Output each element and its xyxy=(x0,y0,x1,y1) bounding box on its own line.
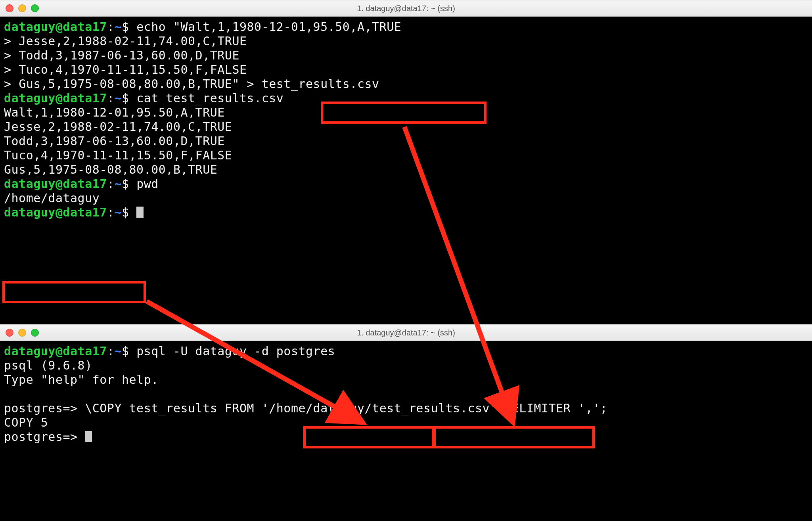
prompt-user: dataguy@data17 xyxy=(4,177,107,191)
zoom-icon[interactable] xyxy=(31,4,39,12)
prompt-user: dataguy@data17 xyxy=(4,344,107,358)
echo-line-5a: Gus,5,1975-08-08,80.00,B,TRUE" > xyxy=(19,77,262,91)
minimize-icon[interactable] xyxy=(18,4,26,12)
copy-cmd-post: DELIMITER ','; xyxy=(497,401,607,415)
cont-prefix: > xyxy=(4,34,19,48)
blank-line xyxy=(4,387,11,401)
terminal-window-2: 1. dataguy@data17: ~ (ssh) dataguy@data1… xyxy=(0,324,812,521)
cat-out-2: Jesse,2,1988-02-11,74.00,C,TRUE xyxy=(4,120,232,134)
pg-prompt: postgres=> xyxy=(4,430,85,444)
psql-help: Type "help" for help. xyxy=(4,373,159,387)
traffic-lights xyxy=(6,4,39,12)
pg-prompt: postgres=> xyxy=(4,401,85,415)
cat-out-1: Walt,1,1980-12-01,95.50,A,TRUE xyxy=(4,105,225,119)
cont-prefix: > xyxy=(4,48,19,62)
echo-line-3: Todd,3,1987-06-13,60.00,D,TRUE xyxy=(19,48,239,62)
prompt-user: dataguy@data17 xyxy=(4,91,107,105)
pwd-output: /home/dataguy xyxy=(4,191,100,205)
terminal-body-1[interactable]: dataguy@data17:~$ echo "Walt,1,1980-12-0… xyxy=(0,17,812,330)
psql-command: psql -U dataguy -d postgres xyxy=(136,344,335,358)
traffic-lights xyxy=(6,329,39,337)
cont-prefix: > xyxy=(4,63,19,77)
cursor-icon xyxy=(85,431,92,442)
window-title-1: 1. dataguy@data17: ~ (ssh) xyxy=(0,4,812,13)
copy-path-file: test_results.csv' xyxy=(372,401,497,415)
echo-redirect-file: test_results.csv xyxy=(262,77,379,91)
prompt-dir: ~ xyxy=(114,20,122,34)
minimize-icon[interactable] xyxy=(18,329,26,337)
copy-path-dir: '/home/dataguy/ xyxy=(262,401,372,415)
prompt-user: dataguy@data17 xyxy=(4,205,107,219)
echo-command: echo "Walt,1,1980-12-01,95.50,A,TRUE xyxy=(136,20,401,34)
prompt-user: dataguy@data17 xyxy=(4,20,107,34)
cursor-icon xyxy=(136,207,144,218)
terminal-window-1: 1. dataguy@data17: ~ (ssh) dataguy@data1… xyxy=(0,0,812,330)
pwd-command: pwd xyxy=(136,177,159,191)
cat-out-5: Gus,5,1975-08-08,80.00,B,TRUE xyxy=(4,163,217,176)
cont-prefix: > xyxy=(4,77,19,91)
echo-line-4: Tuco,4,1970-11-11,15.50,F,FALSE xyxy=(19,63,247,77)
prompt-sep: : xyxy=(107,20,115,34)
echo-line-2: Jesse,2,1988-02-11,74.00,C,TRUE xyxy=(19,34,247,48)
copy-cmd-pre: \COPY test_results FROM xyxy=(85,401,261,415)
prompt-char: $ xyxy=(122,20,129,34)
psql-version: psql (9.6.8) xyxy=(4,358,92,372)
titlebar-1[interactable]: 1. dataguy@data17: ~ (ssh) xyxy=(0,0,812,17)
cat-command: cat test_results.csv xyxy=(136,91,283,105)
cat-out-3: Todd,3,1987-06-13,60.00,D,TRUE xyxy=(4,134,225,148)
terminal-body-2[interactable]: dataguy@data17:~$ psql -U dataguy -d pos… xyxy=(0,341,812,521)
close-icon[interactable] xyxy=(6,329,13,337)
titlebar-2[interactable]: 1. dataguy@data17: ~ (ssh) xyxy=(0,324,812,341)
window-title-2: 1. dataguy@data17: ~ (ssh) xyxy=(0,328,812,337)
zoom-icon[interactable] xyxy=(31,329,39,337)
copy-result: COPY 5 xyxy=(4,416,48,429)
close-icon[interactable] xyxy=(6,4,13,12)
cat-out-4: Tuco,4,1970-11-11,15.50,F,FALSE xyxy=(4,148,232,162)
